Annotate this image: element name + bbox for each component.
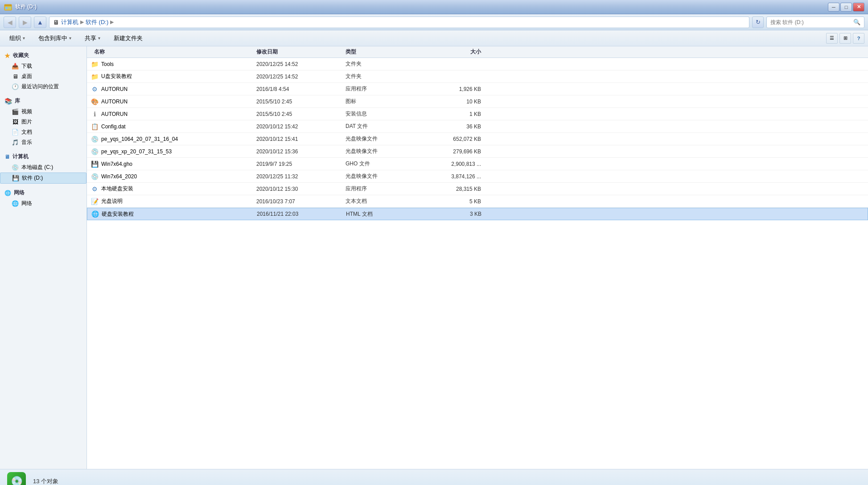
file-icon: ℹ xyxy=(91,110,99,118)
file-name-cell: 📁 Tools xyxy=(87,60,256,68)
file-icon: 💿 xyxy=(91,135,99,143)
maximize-button[interactable]: □ xyxy=(840,3,852,12)
forward-button[interactable]: ▶ xyxy=(19,16,31,28)
sidebar-item-music[interactable]: 🎵 音乐 xyxy=(0,137,86,148)
file-name-cell: 🌐 硬盘安装教程 xyxy=(87,210,257,218)
file-row[interactable]: 📝 光盘说明 2016/10/23 7:07 文本文档 5 KB xyxy=(87,195,868,208)
file-icon: 💾 xyxy=(91,160,99,168)
file-name: Win7x64_2020 xyxy=(101,173,137,180)
computer-icon: 🖥 xyxy=(4,154,10,160)
sidebar-item-recent-label: 最近访问的位置 xyxy=(21,83,59,90)
header-size[interactable]: 大小 xyxy=(426,48,488,56)
sidebar-item-download[interactable]: 📥 下载 xyxy=(0,61,86,71)
search-input[interactable] xyxy=(770,19,851,25)
file-row[interactable]: 📋 Config.dat 2020/10/12 15:42 DAT 文件 36 … xyxy=(87,120,868,133)
file-type-cell: 图标 xyxy=(346,98,426,105)
breadcrumb-computer[interactable]: 计算机 xyxy=(61,18,78,26)
file-row[interactable]: 💿 pe_yqs_1064_20_07_31_16_04 2020/10/12 … xyxy=(87,133,868,145)
header-date[interactable]: 修改日期 xyxy=(256,48,346,56)
file-row[interactable]: 🌐 硬盘安装教程 2016/11/21 22:03 HTML 文档 3 KB xyxy=(87,208,868,220)
sidebar-item-video[interactable]: 🎬 视频 xyxy=(0,107,86,117)
file-icon: 📝 xyxy=(91,197,99,206)
file-name-cell: 💾 Win7x64.gho xyxy=(87,160,256,168)
file-row[interactable]: ℹ AUTORUN 2015/5/10 2:45 安装信息 1 KB xyxy=(87,108,868,120)
search-bar: 🔍 xyxy=(766,16,864,28)
file-size-cell: 3,874,126 ... xyxy=(426,173,488,180)
file-date-cell: 2020/10/12 15:30 xyxy=(256,186,346,192)
breadcrumb: 🖥 计算机 ▶ 软件 (D:) ▶ xyxy=(49,16,749,28)
sidebar-item-documents-label: 文档 xyxy=(21,128,32,136)
sidebar-item-music-label: 音乐 xyxy=(21,139,32,146)
up-button[interactable]: ▲ xyxy=(34,16,46,28)
file-size-cell: 3 KB xyxy=(426,211,489,217)
drive-d-icon: 💾 xyxy=(12,175,19,182)
file-name: Tools xyxy=(101,61,114,67)
file-type-cell: DAT 文件 xyxy=(346,123,426,130)
sidebar-item-network[interactable]: 🌐 网络 xyxy=(0,198,86,209)
file-type-cell: 光盘映像文件 xyxy=(346,148,426,155)
file-row[interactable]: 📁 U盘安装教程 2020/12/25 14:52 文件夹 xyxy=(87,70,868,83)
file-row[interactable]: 💿 Win7x64_2020 2020/12/25 11:32 光盘映像文件 3… xyxy=(87,170,868,183)
file-name: 硬盘安装教程 xyxy=(102,210,134,218)
addressbar: ◀ ▶ ▲ 🖥 计算机 ▶ 软件 (D:) ▶ ↻ 🔍 xyxy=(0,14,868,30)
file-icon: 💿 xyxy=(91,148,99,156)
sidebar-item-download-label: 下载 xyxy=(21,62,32,70)
organize-dropdown-icon: ▾ xyxy=(23,36,25,41)
file-type-cell: 文件夹 xyxy=(346,60,426,68)
favorites-header[interactable]: ★ 收藏夹 xyxy=(0,50,86,61)
file-list-container: 名称 修改日期 类型 大小 📁 Tools 2020/12/25 14:52 文… xyxy=(87,46,868,469)
file-size-cell: 652,072 KB xyxy=(426,136,488,142)
file-date-cell: 2016/10/23 7:07 xyxy=(256,198,346,205)
file-name: Config.dat xyxy=(101,123,126,130)
sidebar-item-drive-d[interactable]: 💾 软件 (D:) xyxy=(0,173,86,184)
library-header[interactable]: 📚 库 xyxy=(0,95,86,107)
file-row[interactable]: ⚙ 本地硬盘安装 2020/10/12 15:30 应用程序 28,315 KB xyxy=(87,183,868,195)
file-row[interactable]: 📁 Tools 2020/12/25 14:52 文件夹 xyxy=(87,58,868,70)
network-section: 🌐 网络 🌐 网络 xyxy=(0,187,86,209)
file-row[interactable]: ⚙ AUTORUN 2016/1/8 4:54 应用程序 1,926 KB xyxy=(87,83,868,95)
file-row[interactable]: 💾 Win7x64.gho 2019/9/7 19:25 GHO 文件 2,90… xyxy=(87,158,868,170)
sidebar-item-recent[interactable]: 🕐 最近访问的位置 xyxy=(0,82,86,92)
back-button[interactable]: ◀ xyxy=(4,16,16,28)
library-dropdown-icon: ▾ xyxy=(69,36,71,41)
music-icon: 🎵 xyxy=(12,139,19,146)
video-icon: 🎬 xyxy=(12,108,19,115)
file-date-cell: 2019/9/7 19:25 xyxy=(256,161,346,167)
library-section: 📚 库 🎬 视频 🖼 图片 📄 文档 🎵 音乐 xyxy=(0,95,86,148)
file-type-cell: GHO 文件 xyxy=(346,160,426,168)
computer-header[interactable]: 🖥 计算机 xyxy=(0,151,86,162)
sidebar-item-pictures[interactable]: 🖼 图片 xyxy=(0,117,86,127)
view-details-button[interactable]: ⊞ xyxy=(839,33,851,44)
file-name: pe_yqs_1064_20_07_31_16_04 xyxy=(101,136,178,142)
file-size-cell: 28,315 KB xyxy=(426,186,488,192)
file-icon: 📁 xyxy=(91,60,99,68)
library-button[interactable]: 包含到库中 ▾ xyxy=(33,32,77,45)
network-icon: 🌐 xyxy=(4,190,11,196)
header-name[interactable]: 名称 xyxy=(87,48,256,56)
file-date-cell: 2020/12/25 14:52 xyxy=(256,74,346,80)
share-button[interactable]: 共享 ▾ xyxy=(79,32,106,45)
new-folder-button[interactable]: 新建文件夹 xyxy=(108,32,148,45)
file-date-cell: 2020/12/25 11:32 xyxy=(256,173,346,180)
sidebar-item-drive-c[interactable]: 💿 本地磁盘 (C:) xyxy=(0,162,86,173)
titlebar-left: 软件 (D:) xyxy=(0,3,37,12)
network-header[interactable]: 🌐 网络 xyxy=(0,187,86,198)
header-type[interactable]: 类型 xyxy=(346,48,426,56)
status-count: 13 个对象 xyxy=(33,477,58,485)
close-button[interactable]: ✕ xyxy=(853,3,864,12)
file-row[interactable]: 🎨 AUTORUN 2015/5/10 2:45 图标 10 KB xyxy=(87,95,868,108)
refresh-button[interactable]: ↻ xyxy=(752,16,764,28)
sidebar-item-documents[interactable]: 📄 文档 xyxy=(0,127,86,137)
file-icon: ⚙ xyxy=(91,185,99,193)
breadcrumb-sep-1: ▶ xyxy=(80,19,84,25)
breadcrumb-drive[interactable]: 软件 (D:) xyxy=(86,18,108,26)
file-row[interactable]: 💿 pe_yqs_xp_20_07_31_15_53 2020/10/12 15… xyxy=(87,145,868,158)
view-list-button[interactable]: ☰ xyxy=(826,33,838,44)
file-size-cell: 279,696 KB xyxy=(426,148,488,155)
organize-button[interactable]: 组织 ▾ xyxy=(4,32,31,45)
help-button[interactable]: ? xyxy=(853,33,864,44)
sidebar-item-drive-d-label: 软件 (D:) xyxy=(22,174,43,182)
minimize-button[interactable]: ─ xyxy=(828,3,839,12)
file-type-cell: 文本文档 xyxy=(346,197,426,205)
sidebar-item-desktop[interactable]: 🖥 桌面 xyxy=(0,71,86,82)
